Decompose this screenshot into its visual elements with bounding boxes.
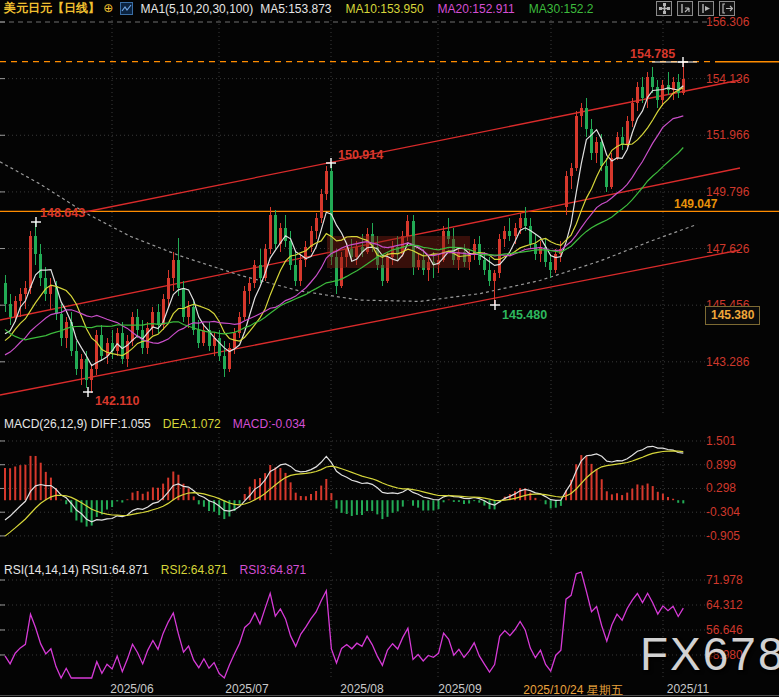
bottom-border — [0, 695, 779, 696]
axis-label: -0.304 — [706, 505, 740, 519]
axis-label: -0.905 — [706, 529, 740, 543]
axis-label: 151.966 — [706, 128, 749, 142]
rsi-header: RSI(14,14,14) RSI1:64.871 RSI2:64.871 RS… — [4, 563, 306, 577]
chart-header: 美元日元【日线】 ⊕ MA1(5,10,20,30,100) MA5:153.8… — [4, 1, 594, 16]
rsi2-value: RSI2:64.871 — [161, 563, 228, 577]
date-label: 2025/06 — [110, 682, 153, 696]
ma-value-3: MA30:152.2 — [529, 2, 594, 16]
ma-value-2: MA20:152.911 — [438, 2, 515, 16]
selected-price-label: 145.380 — [705, 306, 760, 325]
collapse-toggle-icon[interactable]: ⊕ — [103, 1, 113, 15]
axis-play-icon[interactable] — [698, 1, 714, 16]
axis-label: 64.312 — [706, 598, 743, 612]
macd-dea-value: DEA:1.072 — [163, 417, 221, 431]
axis-label: 143.286 — [706, 355, 749, 369]
chart-window: 148.643142.110150.914145.480154.785 美元日元… — [0, 0, 779, 697]
macd-header: MACD(26,12,9) DIFF:1.055 DEA:1.072 MACD:… — [4, 417, 306, 431]
symbol-title: 美元日元 — [4, 1, 52, 15]
ma-value-0: MA5:153.873 — [260, 2, 331, 16]
swing-price-annotation: 142.110 — [95, 394, 140, 408]
fx678-watermark: FX678 — [640, 627, 779, 681]
swing-price-annotation: 148.643 — [40, 206, 85, 220]
axis-label: 156.306 — [706, 15, 749, 29]
swing-price-annotation: 154.785 — [630, 47, 675, 61]
period-label: 【日线】 — [52, 1, 100, 15]
move-icon[interactable] — [656, 1, 672, 16]
axis-label: 0.899 — [706, 458, 736, 472]
swing-price-annotation: 145.480 — [502, 308, 547, 322]
axis-left-icon[interactable] — [677, 1, 693, 16]
axis-label: 1.501 — [706, 434, 736, 448]
ma-group-label: MA1(5,10,20,30,100) — [140, 2, 253, 16]
axis-label: 0.298 — [706, 481, 736, 495]
date-label: 2025/11 — [667, 682, 710, 696]
price-chart-canvas[interactable]: 148.643142.110150.914145.480154.785 — [0, 0, 779, 697]
macd-value: MACD:-0.034 — [233, 417, 306, 431]
hline-price-label: 149.047 — [674, 197, 717, 211]
ma-value-1: MA10:153.950 — [346, 2, 424, 16]
rsi3-value: RSI3:64.871 — [240, 563, 307, 577]
swing-price-annotation: 150.914 — [338, 148, 383, 162]
toolbar — [656, 1, 735, 16]
date-label: 2025/09 — [438, 682, 481, 696]
ma-values: MA5:153.873MA10:153.950MA20:152.911MA30:… — [260, 2, 593, 16]
date-label: 2025/08 — [340, 682, 383, 696]
rsi-title: RSI(14,14,14) RSI1:64.871 — [4, 563, 149, 577]
axis-label: 147.626 — [706, 242, 749, 256]
date-label: 2025/07 — [225, 682, 268, 696]
axis-label: 154.136 — [706, 72, 749, 86]
mini-chart-icon — [120, 2, 133, 15]
macd-title: MACD(26,12,9) DIFF:1.055 — [4, 417, 151, 431]
axis-label: 71.978 — [706, 573, 743, 587]
exit-right-icon[interactable] — [719, 1, 735, 16]
